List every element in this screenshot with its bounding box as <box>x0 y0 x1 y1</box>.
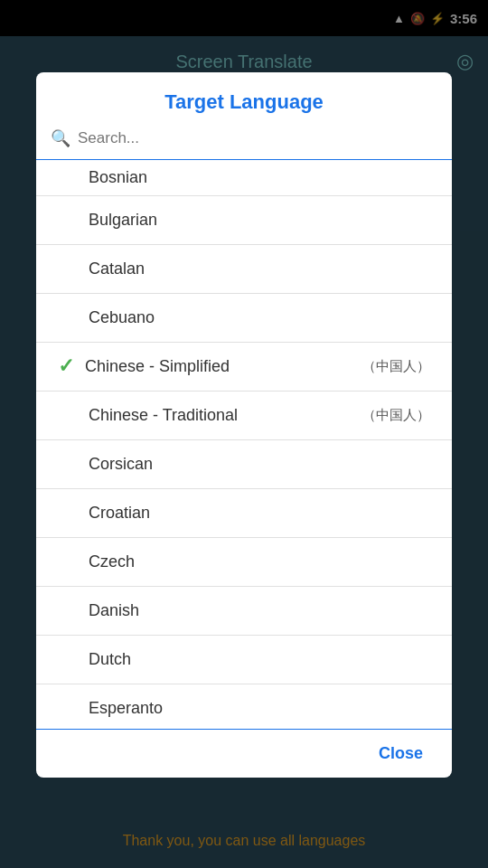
list-item[interactable]: Esperanto <box>36 684 452 729</box>
close-button[interactable]: Close <box>371 741 430 767</box>
list-item[interactable]: Bulgarian <box>36 196 452 245</box>
language-name: Czech <box>89 552 430 571</box>
list-item[interactable]: Czech <box>36 538 452 587</box>
language-name: Cebuano <box>89 308 430 327</box>
language-name: Catalan <box>89 259 430 278</box>
list-item-chinese-traditional[interactable]: Chinese - Traditional （中国人） <box>36 392 452 440</box>
language-name: Bulgarian <box>89 211 430 230</box>
search-input[interactable] <box>78 129 437 147</box>
target-language-dialog: Target Language 🔍 Bosnian Bulgarian Ca <box>36 72 452 778</box>
language-native: （中国人） <box>362 358 430 375</box>
list-item[interactable]: Dutch <box>36 636 452 684</box>
language-name: Dutch <box>89 650 430 669</box>
language-name: Danish <box>89 601 430 620</box>
language-name: Croatian <box>89 504 430 523</box>
list-item-croatian[interactable]: Croatian <box>36 489 452 538</box>
list-item[interactable]: Danish <box>36 587 452 636</box>
search-container: 🔍 <box>36 128 452 159</box>
language-name: Bosnian <box>89 168 430 187</box>
language-name: Esperanto <box>89 699 430 718</box>
dialog-footer: Close <box>36 729 452 778</box>
language-name: Corsican <box>89 455 430 474</box>
language-name: Chinese - Simplified <box>85 357 355 376</box>
checkmark-icon: ✓ <box>58 354 74 378</box>
list-item[interactable]: Bosnian <box>36 160 452 196</box>
modal-overlay: Target Language 🔍 Bosnian Bulgarian Ca <box>0 0 488 868</box>
dialog-title: Target Language <box>36 72 452 128</box>
list-item[interactable]: Catalan <box>36 245 452 294</box>
list-item-chinese-simplified[interactable]: ✓ Chinese - Simplified （中国人） <box>36 343 452 392</box>
language-list: Bosnian Bulgarian Catalan Cebuano ✓ Chin… <box>36 160 452 729</box>
language-name: Chinese - Traditional <box>89 406 355 425</box>
search-icon: 🔍 <box>51 128 70 148</box>
language-native: （中国人） <box>362 407 430 424</box>
list-item[interactable]: Cebuano <box>36 294 452 343</box>
list-item[interactable]: Corsican <box>36 440 452 489</box>
